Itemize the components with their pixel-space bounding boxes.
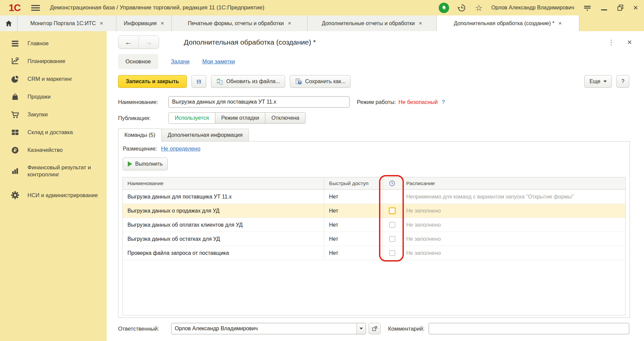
section-tabs: Команды (5) Дополнительная информация [118, 128, 249, 141]
bar-chart-icon [10, 166, 20, 176]
publication-row: Публикация: Используется Режим отладки О… [118, 112, 629, 124]
responsible-dropdown-button[interactable] [357, 323, 366, 334]
table-row-selected[interactable]: Выгрузка данных о продажах для УД Нет Не… [123, 204, 625, 218]
name-input[interactable] [168, 96, 350, 108]
back-button[interactable]: ← [118, 36, 139, 49]
sidebar-item-sklad[interactable]: Склад и доставка [0, 123, 107, 141]
nav-tasks-link[interactable]: Задачи [171, 58, 190, 65]
form-header: ← → Дополнительная обработка (создание) … [118, 35, 635, 49]
schedule-enable-checkbox[interactable] [389, 236, 395, 242]
publication-label: Публикация: [118, 115, 168, 121]
save-as-icon [295, 78, 302, 85]
schedule-enable-checkbox[interactable] [389, 208, 395, 214]
close-form-icon[interactable]: × [627, 38, 632, 46]
save-as-button[interactable]: Сохранить как... [290, 75, 351, 88]
table-header: Наименование Быстрый доступ Расписание [123, 177, 625, 190]
sidebar-item-finrezultat[interactable]: Финансовый результат и контроллинг [0, 159, 107, 183]
current-user-name[interactable]: Орлов Александр Владимирович [491, 5, 574, 11]
forward-button[interactable]: → [139, 36, 159, 49]
tab-additional-info[interactable]: Дополнительная информация [162, 129, 249, 141]
close-tab-icon[interactable]: × [100, 20, 103, 26]
help-button[interactable]: ? [616, 75, 629, 88]
header-name[interactable]: Наименование [123, 177, 324, 189]
sidebar-item-planirovanie[interactable]: Планирование [0, 52, 107, 70]
responsible-input[interactable] [171, 323, 357, 334]
comment-label: Комментарий: [388, 326, 425, 332]
notifications-button[interactable] [439, 3, 449, 13]
favorites-star-icon[interactable]: ☆ [475, 4, 482, 12]
name-field-row: Наименование: Режим работы: Не безопасны… [118, 96, 629, 108]
sections-sidebar: Главное Планирование CRM и маркетинг Про… [0, 31, 107, 341]
table-row[interactable]: Выгрузка данных для поставщика УТ 11.x Н… [123, 190, 625, 204]
close-tab-icon[interactable]: × [558, 20, 562, 26]
sidebar-item-prodazhi[interactable]: Продажи [0, 88, 107, 106]
mode-help-link[interactable]: ? [442, 99, 445, 105]
placement-link[interactable]: Не определено [161, 146, 200, 152]
open-responsible-button[interactable] [369, 323, 381, 334]
chevron-down-icon [360, 328, 363, 330]
schedule-enable-checkbox[interactable] [389, 250, 395, 256]
play-icon [128, 161, 132, 167]
header-schedule-clock[interactable] [383, 177, 401, 189]
minimize-button[interactable] [601, 9, 607, 10]
publication-option-disabled[interactable]: Отключена [265, 112, 306, 124]
page-title: Дополнительная обработка (создание) * [184, 38, 316, 46]
save-and-close-button[interactable]: Записать и закрыть [118, 75, 187, 88]
tab-home[interactable] [0, 15, 17, 31]
tab-commands[interactable]: Команды (5) [118, 128, 162, 141]
planning-icon [10, 56, 20, 66]
responsible-label: Ответственный: [118, 326, 171, 332]
responsible-combobox[interactable] [171, 323, 366, 334]
tab-informaciya[interactable]: Информация × [116, 15, 172, 31]
form-content: ← → Дополнительная обработка (создание) … [107, 31, 644, 341]
history-button[interactable] [457, 3, 466, 12]
header-quick-access[interactable]: Быстрый доступ [324, 177, 383, 189]
schedule-enable-checkbox[interactable] [389, 222, 395, 228]
sidebar-item-crm[interactable]: CRM и маркетинг [0, 70, 107, 88]
mode-value: Не безопасный [398, 99, 438, 105]
publication-option-debug[interactable]: Режим отладки [215, 112, 266, 124]
comment-input[interactable] [429, 323, 629, 334]
table-row[interactable]: Выгрузка данных об остатках для УД Нет Н… [123, 232, 625, 246]
close-tab-icon[interactable]: × [161, 20, 164, 26]
sidebar-item-glavnoe[interactable]: Главное [0, 35, 107, 52]
nav-main[interactable]: Основное [118, 54, 158, 69]
svg-text:₽: ₽ [14, 148, 17, 153]
shopping-cart-icon [10, 110, 20, 120]
window-title: Демонстрационная база / Управление торго… [50, 4, 264, 11]
tab-dop-obrabotka-active[interactable]: Дополнительная обработка (создание) * × [437, 15, 579, 31]
placement-label: Размещение: [123, 146, 157, 152]
update-from-file-button[interactable]: Обновить из файла... [211, 75, 285, 88]
run-button[interactable]: Выполнить [123, 158, 168, 170]
header-schedule[interactable]: Расписание [401, 177, 625, 189]
save-button[interactable] [192, 75, 206, 88]
home-icon [5, 20, 12, 27]
more-actions-icon[interactable]: ⋮ [608, 38, 614, 46]
service-menu-icon[interactable] [583, 3, 592, 12]
tab-monitor-portala[interactable]: Монитор Портала 1С:ИТС × [17, 15, 116, 31]
publication-option-used[interactable]: Используется [168, 112, 215, 124]
commands-panel: Размещение: Не определено Выполнить Наим… [118, 141, 630, 318]
sidebar-item-nsi-administrirovanie[interactable]: НСИ и администрирование [0, 183, 107, 207]
topbar-actions: ☆ Орлов Александр Владимирович × [439, 3, 644, 13]
open-windows-tabbar: Монитор Портала 1С:ИТС × Информация × Пе… [0, 15, 644, 31]
tab-pechatnye-formy[interactable]: Печатные формы, отчеты и обработки × [172, 15, 308, 31]
close-window-button[interactable]: × [633, 4, 638, 12]
close-tab-icon[interactable]: × [419, 20, 422, 26]
nav-notes-link[interactable]: Мои заметки [202, 58, 235, 65]
sidebar-item-zakupki[interactable]: Закупки [0, 106, 107, 123]
table-row[interactable]: Выгрузка данных об оплатах клиентов для … [123, 218, 625, 232]
floppy-icon [197, 78, 201, 85]
table-row[interactable]: Проверка файла запроса от поставщика Нет… [123, 246, 625, 260]
history-icon [457, 3, 466, 12]
close-tab-icon[interactable]: × [288, 20, 291, 26]
sidebar-item-kaznacheystvo[interactable]: ₽ Казначейство [0, 141, 107, 159]
ruble-circle-icon: ₽ [10, 145, 20, 155]
more-button[interactable]: Еще [584, 75, 612, 88]
pie-chart-icon [10, 74, 20, 84]
form-toolbar: Записать и закрыть Обновить из файла... [118, 75, 629, 88]
main-menu-icon[interactable] [31, 5, 40, 11]
restore-window-button[interactable] [616, 4, 625, 12]
name-label: Наименование: [118, 99, 168, 105]
tab-dop-otchety[interactable]: Дополнительные отчеты и обработки × [308, 15, 437, 31]
